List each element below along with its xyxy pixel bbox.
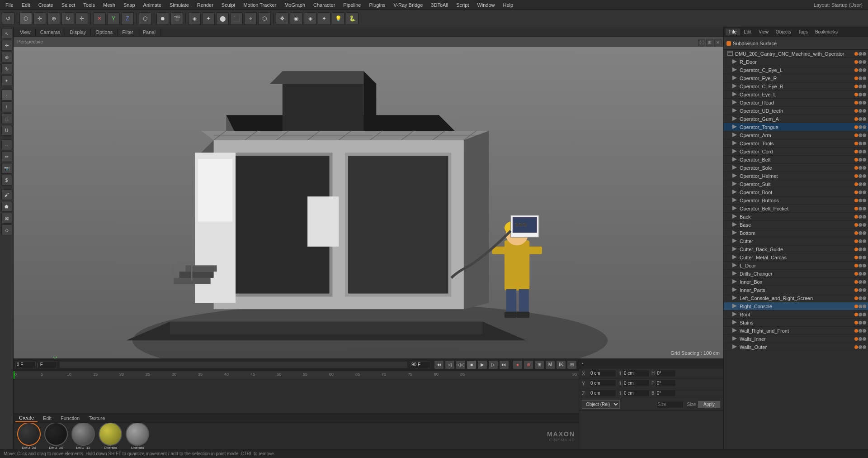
menu-snap[interactable]: Snap — [120, 1, 139, 9]
rp-tab-file[interactable]: File — [726, 29, 740, 35]
menu-render[interactable]: Render — [193, 1, 217, 9]
menu-vray[interactable]: V-Ray Bridge — [390, 1, 427, 9]
left-tool-fill[interactable]: ⬟ — [1, 201, 12, 212]
menu-sculpt[interactable]: Sculpt — [218, 1, 239, 9]
btn-goto-start[interactable]: ⏮ — [434, 360, 444, 369]
tool-select-model[interactable]: ⬡ — [19, 12, 32, 25]
tree-item-roof[interactable]: Roof — [724, 310, 868, 319]
undo-button[interactable]: ↺ — [2, 12, 14, 25]
p-input[interactable] — [656, 380, 676, 387]
tool-spline[interactable]: ❖ — [276, 12, 288, 25]
tool-timeline[interactable]: 🎬 — [170, 12, 183, 25]
tree-item-operator-arm[interactable]: Operator_Arm — [724, 131, 868, 139]
b-input[interactable] — [656, 390, 676, 397]
left-tool-scale[interactable]: ⊕ — [1, 52, 12, 62]
tree-item-walls-inner[interactable]: Walls_Inner — [724, 335, 868, 343]
rp-tab-tags[interactable]: Tags — [795, 29, 811, 35]
vp-tab-options[interactable]: Options — [91, 29, 118, 36]
tool-box[interactable]: ⬛ — [230, 12, 243, 25]
btn-motion[interactable]: M — [545, 360, 555, 369]
h-input[interactable] — [656, 370, 676, 377]
rp-tab-view[interactable]: View — [755, 29, 772, 35]
frame-end-input[interactable] — [410, 361, 430, 368]
tree-item-operator-tools[interactable]: Operator_Tools — [724, 139, 868, 148]
viewport-area[interactable]: View Cameras Display Options Filter Pane… — [14, 27, 723, 358]
tree-item-operator-c-eye-l[interactable]: Operator_C_Eye_L — [724, 66, 868, 74]
menu-character[interactable]: Character — [310, 1, 339, 9]
tree-item-left-console-and-right-screen[interactable]: Left_Console_and_Right_Screen — [724, 294, 868, 302]
timeline-tracks[interactable] — [14, 379, 579, 413]
menu-motion-tracker[interactable]: Motion Tracker — [240, 1, 280, 9]
btn-play[interactable]: ▶ — [477, 360, 487, 369]
x-pos-input[interactable] — [589, 370, 616, 377]
tool-x-sym[interactable]: ✕ — [93, 12, 106, 25]
vp-tab-cameras[interactable]: Cameras — [36, 29, 66, 36]
vp-tab-display[interactable]: Display — [65, 29, 91, 36]
tool-record[interactable]: ⏺ — [156, 12, 169, 25]
bp-tab-create[interactable]: Create — [15, 414, 38, 422]
z-size-input[interactable] — [623, 390, 650, 397]
btn-record-active[interactable]: ⊕ — [524, 360, 533, 369]
tree-item-operator-belt[interactable]: Operator_Belt — [724, 156, 868, 164]
tool-polygon[interactable]: ⬡ — [258, 12, 271, 25]
tool-render-region[interactable]: ⬡ — [139, 12, 151, 25]
tree-item-operator-suit[interactable]: Operator_Suit — [724, 180, 868, 188]
bp-tab-texture[interactable]: Texture — [85, 415, 108, 422]
menu-simulate[interactable]: Simulate — [166, 1, 193, 9]
menu-pipeline[interactable]: Pipeline — [340, 1, 364, 9]
left-tool-pointer[interactable]: ↖ — [1, 28, 12, 39]
menu-tools[interactable]: Tools — [80, 1, 99, 9]
menu-animate[interactable]: Animate — [140, 1, 165, 9]
tool-z-sym[interactable]: Z — [121, 12, 134, 25]
menu-select[interactable]: Select — [58, 1, 79, 9]
tree-item-operator-head[interactable]: Operator_Head — [724, 99, 868, 107]
tool-scale[interactable]: ⊕ — [47, 12, 60, 25]
menu-script[interactable]: Script — [453, 1, 472, 9]
object-mode-select[interactable]: Object (Rel) World — [582, 400, 620, 409]
viewport-canvas[interactable]: ⬛⬛⬛ X — [14, 47, 723, 358]
tree-item-wall-right-and-front[interactable]: Wall_Right_and_Front — [724, 327, 868, 335]
left-tool-polys[interactable]: □ — [1, 113, 12, 124]
tree-item-cutter[interactable]: Cutter — [724, 237, 868, 245]
menu-mograph[interactable]: MoGraph — [281, 1, 309, 9]
left-tool-measure[interactable]: ─ — [1, 139, 12, 150]
tool-python[interactable]: 🐍 — [346, 12, 359, 25]
left-tool-dollar[interactable]: $ — [1, 175, 12, 186]
btn-preview[interactable]: ⊞ — [534, 360, 544, 369]
tool-y-sym[interactable]: Y — [107, 12, 120, 25]
vp-tab-view[interactable]: View — [15, 29, 36, 36]
material-swatch-2[interactable]: DMU_20 — [44, 423, 68, 449]
tree-item-operator-c-eye-r[interactable]: Operator_C_Eye_R — [724, 82, 868, 91]
vp-icon-expand[interactable]: ⛶ — [698, 39, 705, 46]
tree-item-drills-changer[interactable]: Drills_Changer — [724, 270, 868, 278]
tool-move[interactable]: ✛ — [33, 12, 46, 25]
z-pos-input[interactable] — [589, 390, 616, 397]
menu-plugins[interactable]: Plugins — [365, 1, 389, 9]
tool-target[interactable]: ⌖ — [244, 12, 257, 25]
btn-next-key[interactable]: ▷ — [488, 360, 498, 369]
vp-icon-grid[interactable]: ⊞ — [706, 39, 713, 46]
x-size-input[interactable] — [623, 370, 650, 377]
left-tool-rotate[interactable]: ↻ — [1, 63, 12, 74]
left-tool-bevel[interactable]: ◇ — [1, 224, 12, 235]
left-tool-camera[interactable]: 📷 — [1, 163, 12, 174]
menu-help[interactable]: Help — [500, 1, 517, 9]
scene-tree[interactable]: DMU_200_Gantry_CNC_Machine_with_Operator… — [724, 50, 868, 449]
left-tool-move[interactable]: ✛ — [1, 40, 12, 51]
tree-item-operator-buttons[interactable]: Operator_Buttons — [724, 196, 868, 205]
tool-sphere[interactable]: ⬤ — [216, 12, 229, 25]
tree-item-operator-helmet[interactable]: Operator_Helmet — [724, 172, 868, 180]
tree-item-stains[interactable]: Stains — [724, 319, 868, 327]
btn-goto-end[interactable]: ⏭ — [499, 360, 509, 369]
left-tool-extrude[interactable]: ⊠ — [1, 213, 12, 224]
tool-light[interactable]: 💡 — [332, 12, 344, 25]
btn-grid-tl[interactable]: ⊞ — [567, 360, 577, 369]
tree-item-operator-belt-pocket[interactable]: Operator_Belt_Pocket — [724, 205, 868, 213]
menu-window[interactable]: Window — [473, 1, 498, 9]
tool-generator[interactable]: ◉ — [290, 12, 302, 25]
tool-plus[interactable]: ✛ — [75, 12, 88, 25]
btn-record[interactable]: ● — [513, 360, 523, 369]
tree-item-cutter-back-guide[interactable]: Cutter_Back_Guide — [724, 245, 868, 253]
tree-item-walls-outer[interactable]: Walls_Outer — [724, 343, 868, 351]
tool-rotate[interactable]: ↻ — [61, 12, 74, 25]
